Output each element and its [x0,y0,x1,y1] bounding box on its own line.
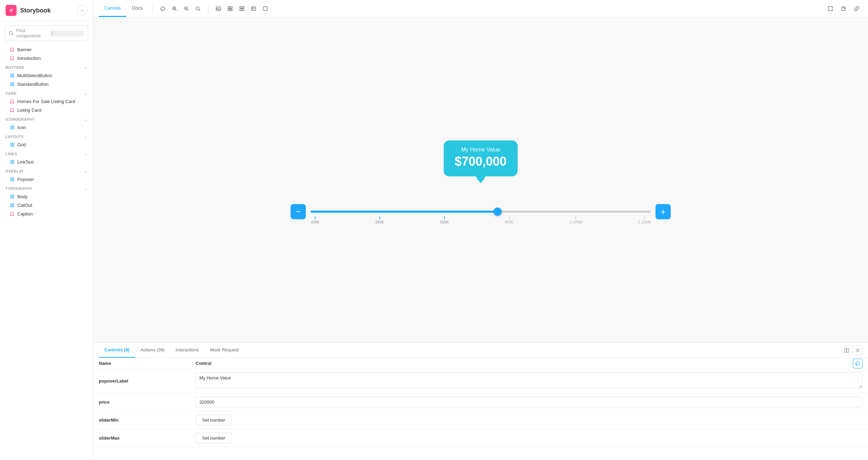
zoom-out-icon [183,6,189,11]
sidebar-header: Storybook ··· [0,0,93,21]
panel-split-icon-button[interactable] [842,346,851,355]
layout-icon [239,6,245,11]
popoverlabel-textarea[interactable]: My Home Value [196,372,862,388]
tab-actions[interactable]: Actions (38) [135,343,170,358]
sidebar-item-introduction[interactable]: Introduction [0,54,93,63]
slidermax-set-number-button[interactable]: Set number [196,433,232,443]
search-shortcut: / [50,30,85,36]
new-tab-icon-button[interactable] [838,3,849,14]
component-icon [10,194,15,199]
search-icon [9,31,13,36]
svg-rect-23 [12,178,14,179]
slider-thumb[interactable] [493,208,502,216]
component-icon [10,73,15,78]
sidebar-item-popover[interactable]: Popover [0,175,93,184]
svg-rect-45 [242,9,244,11]
chevron-down-icon: ⌄ [84,186,87,191]
svg-rect-26 [10,195,12,196]
nav-section: Banner Introduction BUTTONS ⌄ MultiSelec… [0,45,93,220]
control-value-price [196,397,862,407]
control-row-popoverlabel: popoverLabel My Home Value [93,369,868,393]
svg-rect-28 [10,197,12,199]
reset-controls-button[interactable] [853,359,862,368]
bottom-tabs-bar: Controls (6) Actions (38) Interactions M… [93,343,868,358]
component-icon [10,82,15,87]
sidebar-item-body[interactable]: Body [0,192,93,201]
svg-rect-41 [228,9,230,11]
sidebar-title: Storybook [20,7,51,14]
slidermin-set-number-button[interactable]: Set number [196,415,232,425]
sidebar-item-icon[interactable]: Icon [0,123,93,132]
price-input[interactable] [196,397,862,407]
column-control-header: Control [196,361,862,366]
svg-rect-6 [10,83,12,84]
svg-rect-43 [240,7,244,8]
slider-increment-button[interactable]: + [655,204,671,219]
sidebar-item-caption[interactable]: Caption [0,210,93,218]
svg-rect-4 [10,76,12,77]
popover-label: My Home Value [455,147,507,153]
nav-category-overlay[interactable]: OVERLAY ⌄ [0,166,93,175]
control-name-popoverlabel: popoverLabel [99,378,196,384]
sidebar-menu-button[interactable]: ··· [77,5,87,16]
sidebar-item-listing-card[interactable]: Listing Card [0,106,93,114]
control-row-slidermin: sliderMin Set number [93,411,868,429]
link-icon-button[interactable] [851,3,862,14]
sidebar-item-banner[interactable]: Banner [0,45,93,54]
image-view-icon-button[interactable] [213,3,224,14]
bookmark-icon [10,99,15,104]
tab-canvas[interactable]: Canvas [99,0,126,17]
tick-mark-100k [315,217,315,219]
nav-category-buttons[interactable]: BUTTONS ⌄ [0,63,93,71]
nav-category-card[interactable]: CARD ⌄ [0,89,93,97]
svg-rect-9 [12,85,14,86]
zoom-out-icon-button[interactable] [181,3,192,14]
sidebar-item-grid[interactable]: Grid [0,140,93,149]
table-icon-button[interactable] [248,3,259,14]
slider-row: − 100K 250K 550K 850K 1.375M 2.125M [291,204,671,219]
search-icon-button[interactable] [192,3,204,14]
svg-rect-13 [12,128,14,129]
zoom-in-icon-button[interactable] [169,3,180,14]
svg-rect-3 [12,74,14,75]
nav-category-typography[interactable]: TYPOGRAPHY ⌄ [0,184,93,192]
border-icon [263,6,268,11]
zoom-in-icon [172,6,177,11]
divider [152,4,153,13]
svg-rect-27 [12,195,14,196]
outline-icon-button[interactable] [260,3,271,14]
main-area: Canvas Docs [93,0,868,460]
sidebar-item-label: Listing Card [17,108,41,113]
sidebar-item-multiselectbutton[interactable]: MultiSelectButton [0,71,93,80]
refresh-icon-button[interactable] [157,3,168,14]
layout-icon-button[interactable] [236,3,247,14]
nav-category-links[interactable]: LINKS ⌄ [0,149,93,158]
slider-decrement-button[interactable]: − [291,204,306,219]
svg-rect-17 [12,145,14,147]
tab-docs[interactable]: Docs [126,0,148,17]
grid-view-icon-button[interactable] [225,3,236,14]
search-bar[interactable]: Find components / [5,25,88,41]
nav-category-iconography[interactable]: ICONOGRAPHY ⌄ [0,114,93,123]
tick-mark-2125m [644,217,645,219]
chevron-down-icon: ⌄ [84,65,87,70]
panel-close-icon-button[interactable] [853,346,862,355]
sidebar-item-standardbutton[interactable]: StandardButton [0,80,93,89]
tick-mark-1375m [575,217,576,219]
storybook-logo-icon [6,5,17,16]
svg-rect-39 [228,7,230,8]
sidebar-item-callout[interactable]: CallOut [0,201,93,210]
bookmark-icon [10,47,15,52]
search-placeholder: Find components [16,28,47,38]
component-icon [10,125,15,130]
tab-controls[interactable]: Controls (6) [99,343,135,358]
svg-rect-7 [12,83,14,84]
tab-mock-request[interactable]: Mock Request [205,343,244,358]
sidebar-item-homes-listing-card[interactable]: Homes For Sale Listing Card [0,97,93,106]
sidebar-item-linktext[interactable]: LinkText [0,158,93,166]
tab-interactions[interactable]: Interactions [170,343,204,358]
slider-track[interactable]: 100K 250K 550K 850K 1.375M 2.125M [311,204,651,219]
nav-category-layouts[interactable]: LAYOUTS ⌄ [0,132,93,140]
expand-icon-button[interactable] [825,3,836,14]
sidebar-item-label: StandardButton [17,82,48,87]
